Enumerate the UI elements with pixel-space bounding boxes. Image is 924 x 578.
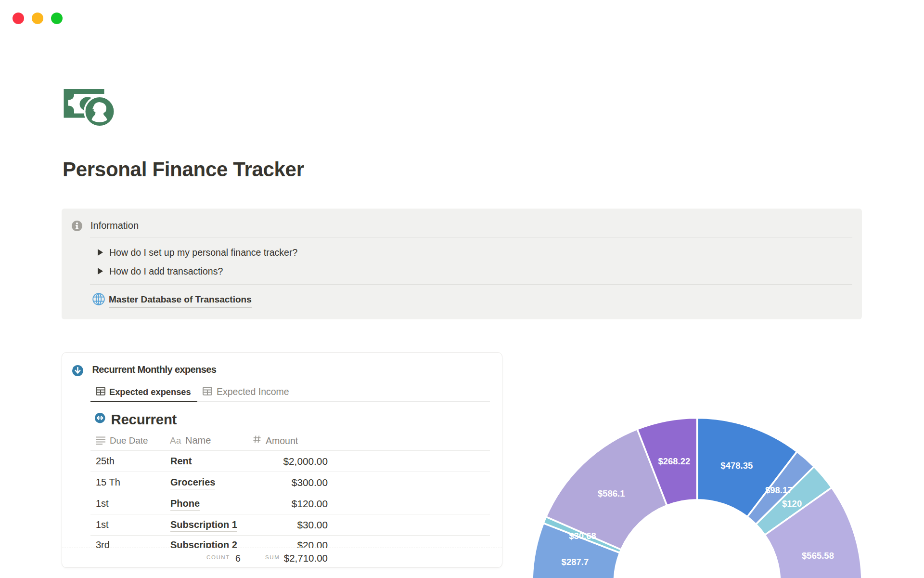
svg-text:$268.22: $268.22 bbox=[658, 456, 690, 466]
svg-text:$287.7: $287.7 bbox=[562, 557, 589, 567]
svg-text:$478.35: $478.35 bbox=[720, 460, 753, 471]
svg-text:$120: $120 bbox=[782, 499, 802, 509]
svg-text:$565.58: $565.58 bbox=[802, 551, 834, 561]
svg-text:$30.68: $30.68 bbox=[569, 531, 596, 541]
svg-text:$586.1: $586.1 bbox=[598, 488, 625, 499]
svg-text:$98.17: $98.17 bbox=[765, 485, 793, 495]
